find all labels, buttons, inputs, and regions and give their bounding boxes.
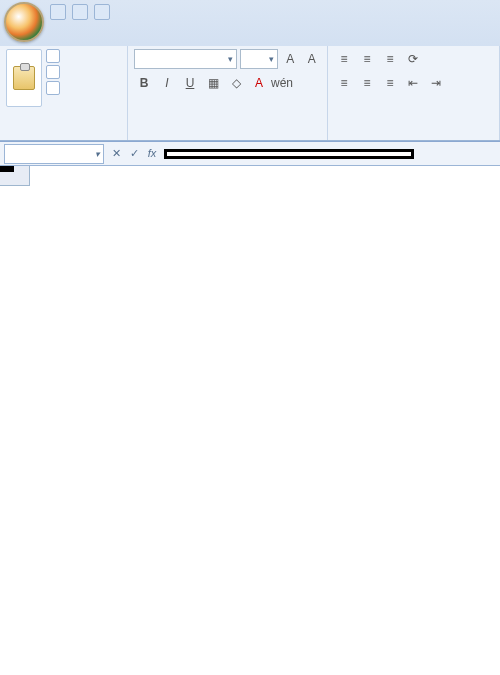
redo-icon[interactable] (94, 4, 110, 20)
font-color-button[interactable]: A (249, 73, 269, 93)
orientation-button[interactable]: ⟳ (403, 49, 423, 69)
name-box[interactable] (4, 144, 104, 164)
paste-button[interactable] (6, 49, 42, 107)
cut-button[interactable] (46, 49, 63, 63)
border-button[interactable]: ▦ (203, 73, 223, 93)
copy-icon (46, 65, 60, 79)
ribbon-tabs (0, 24, 500, 46)
cancel-formula-button[interactable]: ✕ (108, 147, 124, 160)
increase-indent-button[interactable]: ⇥ (426, 73, 446, 93)
undo-icon[interactable] (72, 4, 88, 20)
scissors-icon (46, 49, 60, 63)
grow-font-button[interactable]: A (281, 49, 300, 69)
shrink-font-button[interactable]: A (302, 49, 321, 69)
format-painter-button[interactable] (46, 81, 63, 95)
italic-button[interactable]: I (157, 73, 177, 93)
alignment-group-label (334, 137, 493, 139)
bold-button[interactable]: B (134, 73, 154, 93)
align-middle-button[interactable]: ≡ (357, 49, 377, 69)
quick-access-toolbar (0, 0, 500, 24)
brush-icon (46, 81, 60, 95)
align-center-button[interactable]: ≡ (357, 73, 377, 93)
fill-color-button[interactable]: ◇ (226, 73, 246, 93)
save-icon[interactable] (50, 4, 66, 20)
clipboard-icon (13, 66, 35, 90)
phonetic-button[interactable]: wén (272, 73, 292, 93)
align-bottom-button[interactable]: ≡ (380, 49, 400, 69)
decrease-indent-button[interactable]: ⇤ (403, 73, 423, 93)
copy-button[interactable] (46, 65, 63, 79)
clipboard-group-label (6, 137, 121, 139)
fx-button[interactable]: fx (144, 147, 160, 160)
align-top-button[interactable]: ≡ (334, 49, 354, 69)
cell-editor-overlay[interactable] (0, 166, 14, 172)
font-size-select[interactable] (240, 49, 278, 69)
office-button[interactable] (4, 2, 44, 42)
formula-bar-input[interactable] (164, 149, 414, 159)
enter-formula-button[interactable]: ✓ (126, 147, 142, 160)
font-group-label (134, 137, 321, 139)
align-right-button[interactable]: ≡ (380, 73, 400, 93)
font-family-select[interactable] (134, 49, 237, 69)
underline-button[interactable]: U (180, 73, 200, 93)
align-left-button[interactable]: ≡ (334, 73, 354, 93)
